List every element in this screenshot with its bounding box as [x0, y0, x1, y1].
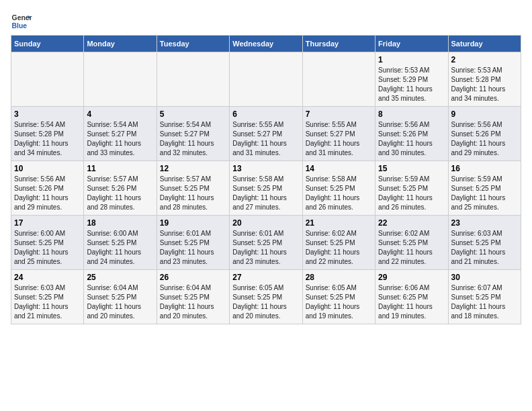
day-info: Sunrise: 5:58 AM Sunset: 5:25 PM Dayligh…: [306, 175, 372, 212]
day-info: Sunrise: 5:59 AM Sunset: 5:25 PM Dayligh…: [451, 175, 518, 212]
calendar-cell: 12Sunrise: 5:57 AM Sunset: 5:25 PM Dayli…: [157, 161, 229, 216]
day-info: Sunrise: 6:00 AM Sunset: 5:25 PM Dayligh…: [14, 229, 81, 267]
day-info: Sunrise: 5:54 AM Sunset: 5:28 PM Dayligh…: [14, 120, 81, 158]
calendar-cell: 28Sunrise: 6:05 AM Sunset: 5:25 PM Dayli…: [302, 270, 375, 324]
calendar-week-row: 10Sunrise: 5:56 AM Sunset: 5:26 PM Dayli…: [11, 161, 521, 216]
calendar-cell: [84, 52, 157, 107]
day-info: Sunrise: 5:56 AM Sunset: 5:26 PM Dayligh…: [14, 175, 81, 212]
calendar-body: 1Sunrise: 5:53 AM Sunset: 5:29 PM Daylig…: [11, 52, 521, 324]
day-number: 14: [306, 164, 372, 173]
calendar-week-row: 1Sunrise: 5:53 AM Sunset: 5:29 PM Daylig…: [11, 52, 521, 107]
calendar-week-row: 17Sunrise: 6:00 AM Sunset: 5:25 PM Dayli…: [11, 216, 521, 270]
weekday-header: Wednesday: [230, 36, 302, 52]
calendar-cell: 22Sunrise: 6:02 AM Sunset: 5:25 PM Dayli…: [375, 216, 448, 270]
weekday-header: Tuesday: [157, 36, 229, 52]
weekday-header: Sunday: [11, 36, 84, 52]
day-number: 25: [87, 273, 153, 282]
weekday-header: Monday: [84, 36, 157, 52]
calendar-cell: 11Sunrise: 5:57 AM Sunset: 5:26 PM Dayli…: [84, 161, 157, 216]
day-number: 26: [160, 273, 226, 282]
day-number: 27: [232, 273, 299, 282]
calendar-cell: 4Sunrise: 5:54 AM Sunset: 5:27 PM Daylig…: [84, 107, 157, 161]
day-info: Sunrise: 5:58 AM Sunset: 5:25 PM Dayligh…: [232, 175, 299, 212]
day-info: Sunrise: 6:03 AM Sunset: 5:25 PM Dayligh…: [14, 283, 81, 321]
day-info: Sunrise: 5:55 AM Sunset: 5:27 PM Dayligh…: [232, 120, 299, 158]
day-number: 4: [87, 109, 153, 119]
calendar-cell: [11, 52, 84, 107]
calendar-cell: [157, 52, 229, 107]
day-info: Sunrise: 5:53 AM Sunset: 5:29 PM Dayligh…: [378, 66, 445, 103]
day-info: Sunrise: 6:01 AM Sunset: 5:25 PM Dayligh…: [160, 229, 226, 267]
day-number: 2: [451, 55, 518, 64]
day-info: Sunrise: 6:01 AM Sunset: 5:25 PM Dayligh…: [232, 229, 299, 267]
logo-icon: General Blue: [11, 11, 32, 32]
day-number: 9: [451, 109, 518, 119]
day-info: Sunrise: 6:02 AM Sunset: 5:25 PM Dayligh…: [306, 229, 372, 267]
day-info: Sunrise: 6:07 AM Sunset: 5:25 PM Dayligh…: [451, 283, 518, 321]
calendar-cell: 25Sunrise: 6:04 AM Sunset: 5:25 PM Dayli…: [84, 270, 157, 324]
calendar-cell: 20Sunrise: 6:01 AM Sunset: 5:25 PM Dayli…: [230, 216, 302, 270]
page-header: General Blue: [11, 11, 521, 32]
day-info: Sunrise: 6:04 AM Sunset: 5:25 PM Dayligh…: [87, 283, 153, 321]
day-number: 23: [451, 218, 518, 228]
day-number: 6: [232, 109, 299, 119]
day-number: 3: [14, 109, 81, 119]
day-number: 10: [14, 164, 81, 173]
calendar-cell: 13Sunrise: 5:58 AM Sunset: 5:25 PM Dayli…: [230, 161, 302, 216]
day-number: 7: [306, 109, 372, 119]
day-info: Sunrise: 6:05 AM Sunset: 5:25 PM Dayligh…: [232, 283, 299, 321]
calendar-cell: [230, 52, 302, 107]
calendar-cell: 3Sunrise: 5:54 AM Sunset: 5:28 PM Daylig…: [11, 107, 84, 161]
logo: General Blue: [11, 11, 32, 32]
day-info: Sunrise: 6:03 AM Sunset: 5:25 PM Dayligh…: [451, 229, 518, 267]
calendar-cell: [302, 52, 375, 107]
day-number: 16: [451, 164, 518, 173]
calendar-cell: 27Sunrise: 6:05 AM Sunset: 5:25 PM Dayli…: [230, 270, 302, 324]
day-info: Sunrise: 5:54 AM Sunset: 5:27 PM Dayligh…: [160, 120, 226, 158]
calendar-cell: 6Sunrise: 5:55 AM Sunset: 5:27 PM Daylig…: [230, 107, 302, 161]
calendar-cell: 26Sunrise: 6:04 AM Sunset: 5:25 PM Dayli…: [157, 270, 229, 324]
calendar-cell: 7Sunrise: 5:55 AM Sunset: 5:27 PM Daylig…: [302, 107, 375, 161]
calendar-cell: 15Sunrise: 5:59 AM Sunset: 5:25 PM Dayli…: [375, 161, 448, 216]
day-info: Sunrise: 5:56 AM Sunset: 5:26 PM Dayligh…: [378, 120, 445, 158]
calendar-week-row: 24Sunrise: 6:03 AM Sunset: 5:25 PM Dayli…: [11, 270, 521, 324]
weekday-header-row: SundayMondayTuesdayWednesdayThursdayFrid…: [11, 36, 521, 52]
weekday-header: Saturday: [448, 36, 521, 52]
calendar-week-row: 3Sunrise: 5:54 AM Sunset: 5:28 PM Daylig…: [11, 107, 521, 161]
day-info: Sunrise: 6:00 AM Sunset: 5:25 PM Dayligh…: [87, 229, 153, 267]
day-number: 19: [160, 218, 226, 228]
calendar-cell: 14Sunrise: 5:58 AM Sunset: 5:25 PM Dayli…: [302, 161, 375, 216]
day-number: 12: [160, 164, 226, 173]
calendar-cell: 23Sunrise: 6:03 AM Sunset: 5:25 PM Dayli…: [448, 216, 521, 270]
calendar-cell: 18Sunrise: 6:00 AM Sunset: 5:25 PM Dayli…: [84, 216, 157, 270]
day-number: 5: [160, 109, 226, 119]
day-number: 24: [14, 273, 81, 282]
weekday-header: Friday: [375, 36, 448, 52]
svg-text:Blue: Blue: [12, 22, 28, 30]
day-info: Sunrise: 6:06 AM Sunset: 6:25 PM Dayligh…: [378, 283, 445, 321]
calendar-cell: 17Sunrise: 6:00 AM Sunset: 5:25 PM Dayli…: [11, 216, 84, 270]
day-number: 28: [306, 273, 372, 282]
calendar-cell: 24Sunrise: 6:03 AM Sunset: 5:25 PM Dayli…: [11, 270, 84, 324]
day-info: Sunrise: 6:04 AM Sunset: 5:25 PM Dayligh…: [160, 283, 226, 321]
calendar-cell: 10Sunrise: 5:56 AM Sunset: 5:26 PM Dayli…: [11, 161, 84, 216]
day-number: 21: [306, 218, 372, 228]
calendar-cell: 29Sunrise: 6:06 AM Sunset: 6:25 PM Dayli…: [375, 270, 448, 324]
calendar-header: SundayMondayTuesdayWednesdayThursdayFrid…: [11, 36, 521, 52]
calendar-cell: 19Sunrise: 6:01 AM Sunset: 5:25 PM Dayli…: [157, 216, 229, 270]
day-info: Sunrise: 5:57 AM Sunset: 5:25 PM Dayligh…: [160, 175, 226, 212]
day-number: 17: [14, 218, 81, 228]
calendar-cell: 1Sunrise: 5:53 AM Sunset: 5:29 PM Daylig…: [375, 52, 448, 107]
day-number: 1: [378, 55, 445, 64]
day-number: 8: [378, 109, 445, 119]
day-info: Sunrise: 5:59 AM Sunset: 5:25 PM Dayligh…: [378, 175, 445, 212]
calendar-cell: 5Sunrise: 5:54 AM Sunset: 5:27 PM Daylig…: [157, 107, 229, 161]
day-number: 20: [232, 218, 299, 228]
calendar-cell: 2Sunrise: 5:53 AM Sunset: 5:28 PM Daylig…: [448, 52, 521, 107]
day-info: Sunrise: 5:56 AM Sunset: 5:26 PM Dayligh…: [451, 120, 518, 158]
day-number: 22: [378, 218, 445, 228]
day-number: 30: [451, 273, 518, 282]
day-number: 13: [232, 164, 299, 173]
day-info: Sunrise: 5:57 AM Sunset: 5:26 PM Dayligh…: [87, 175, 153, 212]
calendar-table: SundayMondayTuesdayWednesdayThursdayFrid…: [11, 35, 521, 324]
